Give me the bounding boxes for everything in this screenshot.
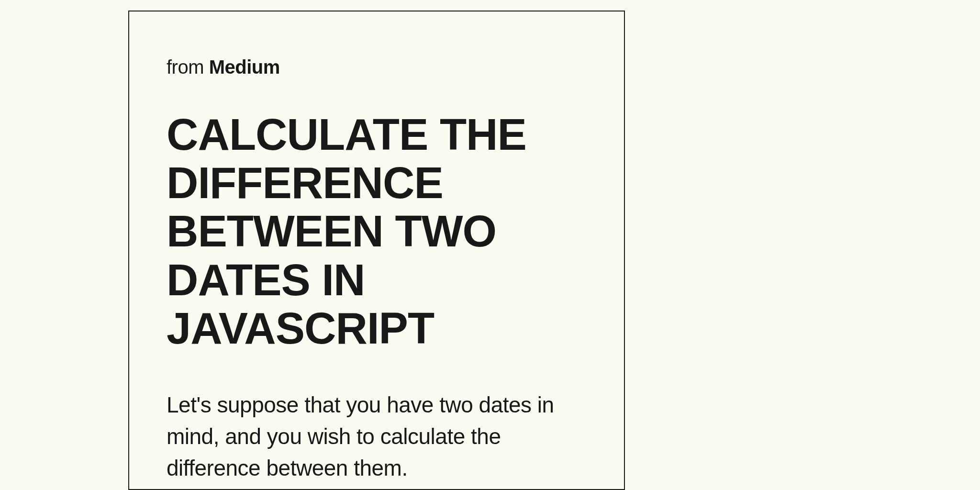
source-prefix: from bbox=[167, 56, 209, 78]
article-body: Let's suppose that you have two dates in… bbox=[167, 389, 587, 484]
article-title: CALCULATE THE DIFFERENCE BETWEEN TWO DAT… bbox=[167, 111, 587, 353]
article-card: from Medium CALCULATE THE DIFFERENCE BET… bbox=[128, 11, 625, 490]
source-line: from Medium bbox=[167, 56, 587, 78]
source-name: Medium bbox=[209, 56, 280, 78]
